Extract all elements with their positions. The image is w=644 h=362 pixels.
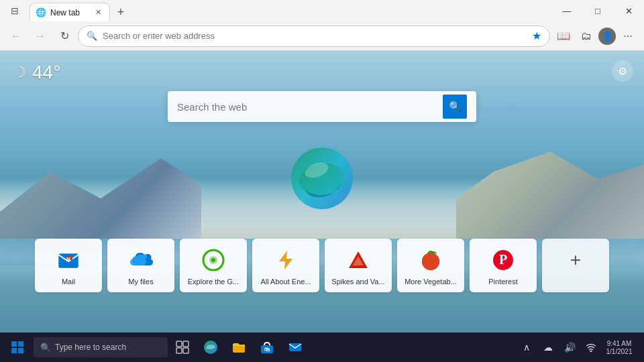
- vegetable-icon: [419, 248, 443, 272]
- cloud-icon[interactable]: ☁: [538, 333, 558, 362]
- quick-link-myfiles[interactable]: My files: [107, 239, 174, 292]
- tab-label: New tab: [50, 8, 80, 17]
- spikes-icon: [346, 248, 370, 272]
- search-box[interactable]: 🔍: [168, 91, 476, 122]
- system-tray-chevron[interactable]: ∧: [517, 333, 537, 362]
- svg-text:🛍: 🛍: [264, 347, 270, 353]
- quick-links: M Mail My files Explore t: [35, 239, 609, 292]
- tab-favicon: 🌐: [36, 7, 46, 17]
- onedrive-icon: [129, 248, 153, 272]
- toolbar: ← → ↻ 🔍 ★ 📖 🗂 👤 ···: [0, 21, 644, 51]
- quick-link-add[interactable]: +: [542, 239, 609, 292]
- search-btn-icon: 🔍: [449, 101, 462, 113]
- edge-logo: [288, 145, 356, 212]
- energy-label: All About Ene...: [260, 278, 311, 286]
- more-button[interactable]: ···: [617, 25, 639, 47]
- main-content: ☽ 44° ⚙ 🔍: [0, 51, 644, 333]
- weather-temp: 44°: [32, 62, 60, 83]
- spikes-label: Spikes and Va...: [331, 278, 384, 286]
- svg-rect-17: [18, 341, 23, 347]
- back-button[interactable]: ←: [5, 25, 27, 47]
- myfiles-label: My files: [128, 278, 153, 286]
- minimize-button[interactable]: —: [551, 0, 582, 21]
- profile-avatar[interactable]: 👤: [598, 27, 616, 45]
- refresh-button[interactable]: ↻: [54, 25, 75, 47]
- address-bar[interactable]: 🔍 ★: [78, 25, 550, 47]
- svg-rect-21: [183, 341, 189, 347]
- svg-point-29: [590, 351, 592, 353]
- explore-label: Explore the G...: [188, 278, 239, 286]
- new-tab-button[interactable]: +: [111, 3, 130, 21]
- svg-rect-19: [18, 348, 23, 353]
- taskbar-right: ∧ ☁ 🔊 9:41 AM 1/1/2021: [517, 333, 641, 362]
- task-view-button[interactable]: [169, 333, 196, 362]
- svg-text:P: P: [499, 252, 507, 267]
- close-button[interactable]: ✕: [613, 0, 644, 21]
- search-submit-button[interactable]: 🔍: [443, 95, 467, 119]
- page-settings-button[interactable]: ⚙: [612, 60, 633, 82]
- address-input[interactable]: [103, 31, 527, 41]
- clock[interactable]: 9:41 AM 1/1/2021: [602, 333, 636, 362]
- add-icon: +: [564, 248, 588, 272]
- weather-widget: ☽ 44°: [13, 62, 60, 83]
- search-input[interactable]: [177, 101, 436, 113]
- pinterest-label: Pinterest: [488, 278, 517, 286]
- start-button[interactable]: [3, 333, 32, 362]
- weather-icon: ☽: [13, 64, 27, 81]
- tabs-area: 🌐 New tab ✕ +: [30, 0, 551, 21]
- vegetable-label: More Vegetab...: [405, 278, 457, 286]
- tab-close-button[interactable]: ✕: [92, 7, 104, 19]
- svg-marker-9: [279, 251, 292, 269]
- window-icon-button[interactable]: ⊟: [5, 1, 24, 20]
- quick-link-mail[interactable]: M Mail: [35, 239, 102, 292]
- svg-point-13: [422, 253, 439, 270]
- svg-rect-18: [11, 348, 17, 353]
- svg-rect-28: [289, 343, 301, 351]
- wifi-icon[interactable]: [581, 333, 601, 362]
- collections-button[interactable]: 🗂: [576, 25, 597, 47]
- window-title-controls: — □ ✕: [551, 0, 644, 21]
- title-bar: ⊟ 🌐 New tab ✕ + — □ ✕: [0, 0, 644, 21]
- taskbar-edge-icon[interactable]: [197, 333, 224, 362]
- explore-icon: [201, 248, 225, 272]
- active-tab[interactable]: 🌐 New tab ✕: [30, 3, 110, 21]
- svg-rect-16: [11, 341, 17, 347]
- toolbar-right: 📖 🗂 👤 ···: [553, 25, 639, 47]
- taskbar: 🔍 Type here to search: [0, 333, 644, 362]
- svg-rect-23: [183, 348, 189, 353]
- taskbar-mail-icon[interactable]: [282, 333, 309, 362]
- taskbar-explorer-icon[interactable]: [225, 333, 252, 362]
- svg-rect-22: [176, 348, 182, 353]
- pinterest-icon: P: [491, 248, 515, 272]
- quick-link-vegetable[interactable]: More Vegetab...: [397, 239, 464, 292]
- forward-button[interactable]: →: [30, 25, 51, 47]
- maximize-button[interactable]: □: [582, 0, 613, 21]
- svg-text:M: M: [66, 257, 70, 261]
- volume-icon[interactable]: 🔊: [559, 333, 580, 362]
- energy-icon: [274, 248, 298, 272]
- mail-label: Mail: [62, 278, 75, 286]
- reading-list-button[interactable]: 📖: [553, 25, 574, 47]
- taskbar-store-icon[interactable]: 🛍: [254, 333, 280, 362]
- window-controls-left: ⊟: [5, 1, 24, 20]
- quick-link-pinterest[interactable]: P Pinterest: [470, 239, 537, 292]
- address-search-icon: 🔍: [87, 31, 97, 41]
- svg-rect-20: [176, 341, 182, 347]
- taskbar-search-text: Type here to search: [55, 343, 126, 352]
- quick-link-spikes[interactable]: Spikes and Va...: [325, 239, 392, 292]
- mail-icon: M: [56, 248, 80, 272]
- svg-point-8: [211, 258, 215, 262]
- favorites-star-icon[interactable]: ★: [532, 29, 541, 42]
- quick-link-energy[interactable]: All About Ene...: [252, 239, 319, 292]
- taskbar-search[interactable]: 🔍 Type here to search: [34, 337, 168, 357]
- search-container: 🔍: [168, 91, 476, 122]
- quick-link-explore[interactable]: Explore the G...: [180, 239, 247, 292]
